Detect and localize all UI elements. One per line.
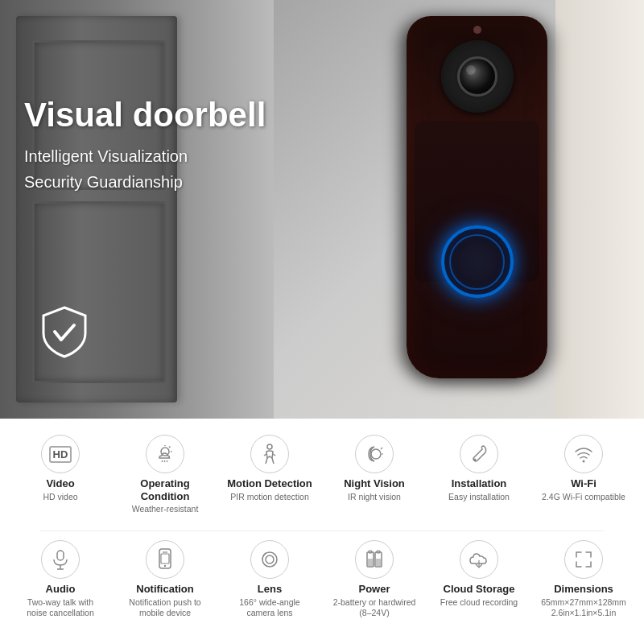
audio-desc: Two-way talk with noise cancellation (18, 597, 104, 619)
svg-rect-31 (376, 559, 381, 566)
motion-detection-icon-circle (250, 435, 289, 473)
lens-name: Lens (258, 583, 282, 596)
wifi-desc: 2.4G Wi-Fi compatible (542, 492, 625, 503)
ring-button[interactable] (441, 225, 514, 298)
installation-name: Installation (452, 477, 507, 490)
feature-notification: Notification Notification push to mobile… (119, 536, 212, 623)
power-icon-circle (355, 540, 394, 579)
lens-icon (259, 549, 280, 570)
feature-video: HD Video HD video (14, 431, 107, 506)
operating-condition-icon-circle (146, 435, 184, 473)
feature-lens: Lens 166° wide-angle camera lens (224, 536, 316, 623)
doorbell-device (407, 16, 547, 378)
notification-name: Notification (136, 583, 194, 596)
video-desc: HD video (43, 492, 77, 503)
dimensions-name: Dimensions (554, 583, 613, 596)
operating-condition-name: Operating Condition (122, 477, 208, 502)
night-vision-desc: IR night vision (348, 492, 401, 503)
camera-area (441, 40, 514, 113)
feature-night-vision: Night Vision IR night vision (328, 431, 421, 506)
features-row-2: Audio Two-way talk with noise cancellati… (8, 536, 636, 636)
svg-point-16 (583, 460, 585, 463)
notification-icon-circle (146, 540, 184, 579)
power-name: Power (358, 583, 390, 596)
svg-line-6 (167, 460, 167, 462)
dimensions-desc: 65mm×27mm×128mm 2.6in×1.1in×5.1in (541, 597, 627, 619)
svg-line-8 (266, 458, 267, 464)
svg-line-11 (273, 454, 275, 456)
hero-section: Visual doorbell Intelligent Visualizatio… (0, 0, 644, 419)
hero-title: Visual doorbell (24, 97, 266, 134)
svg-rect-17 (57, 551, 64, 560)
cloud-storage-icon-circle (460, 540, 498, 579)
features-section: HD Video HD video Operating Condition (0, 419, 644, 644)
hero-text: Visual doorbell Intelligent Visualizatio… (24, 97, 266, 195)
svg-line-10 (264, 454, 266, 456)
svg-point-12 (371, 449, 381, 459)
feature-wifi: Wi-Fi 2.4G Wi-Fi compatible (538, 431, 630, 506)
video-icon-circle: HD (41, 435, 80, 473)
feature-cloud-storage: Cloud Storage Free cloud recording (433, 536, 526, 612)
svg-point-15 (474, 459, 477, 461)
feature-motion-detection: Motion Detection PIR motion detection (224, 431, 316, 506)
svg-line-13 (381, 448, 382, 449)
wifi-icon (573, 445, 594, 463)
svg-rect-22 (161, 554, 169, 564)
power-desc: 2-battery or hardwired (8–24V) (332, 597, 418, 619)
feature-operating-condition: Operating Condition Weather-resistant (119, 431, 212, 519)
phone-icon (157, 548, 173, 571)
wall-right (555, 0, 644, 419)
svg-line-5 (164, 460, 165, 462)
cloud-storage-desc: Free cloud recording (440, 597, 518, 609)
night-vision-icon (365, 444, 384, 464)
installation-desc: Easy installation (448, 492, 510, 503)
hd-icon: HD (49, 446, 72, 463)
feature-dimensions: Dimensions 65mm×27mm×128mm 2.6in×1.1in×5… (538, 536, 630, 623)
weather-icon (155, 445, 175, 463)
motion-detection-name: Motion Detection (227, 477, 312, 490)
installation-icon-circle (460, 435, 498, 473)
night-vision-icon-circle (355, 435, 394, 473)
cloud-icon (468, 551, 490, 568)
feature-installation: Installation Easy installation (433, 431, 526, 506)
svg-line-2 (169, 447, 171, 448)
audio-name: Audio (46, 583, 76, 596)
video-name: Video (46, 477, 74, 490)
features-row-1: HD Video HD video Operating Condition (8, 431, 636, 530)
feature-audio: Audio Two-way talk with noise cancellati… (14, 536, 107, 623)
notification-desc: Notification push to mobile device (122, 597, 208, 619)
svg-point-25 (266, 555, 274, 564)
shield-container (40, 306, 89, 362)
svg-line-9 (272, 458, 274, 464)
dimensions-icon (573, 549, 594, 570)
wifi-icon-circle (564, 435, 603, 473)
feature-power: Power 2-battery or hardwired (8–24V) (328, 536, 421, 623)
cloud-storage-name: Cloud Storage (444, 583, 515, 596)
features-divider (39, 530, 605, 531)
audio-icon-circle (41, 540, 80, 579)
svg-point-23 (164, 565, 166, 567)
lens-desc: 166° wide-angle camera lens (227, 597, 313, 619)
ir-sensor (473, 26, 481, 34)
wrench-icon (469, 444, 489, 464)
svg-point-7 (267, 444, 272, 449)
svg-line-4 (162, 460, 163, 462)
shield-icon (40, 306, 89, 359)
operating-condition-desc: Weather-resistant (132, 504, 199, 515)
dimensions-icon-circle (564, 540, 603, 579)
svg-rect-30 (368, 559, 373, 566)
person-motion-icon (260, 444, 279, 464)
motion-detection-desc: PIR motion detection (230, 492, 308, 503)
night-vision-name: Night Vision (344, 477, 405, 490)
battery-icon (365, 549, 383, 570)
lens-icon-circle (250, 540, 289, 579)
mic-icon (52, 549, 69, 570)
wifi-name: Wi-Fi (571, 477, 597, 490)
camera-lens (457, 56, 497, 97)
hero-subtitle-line1: Intelligent Visualization Security Guard… (24, 143, 266, 195)
